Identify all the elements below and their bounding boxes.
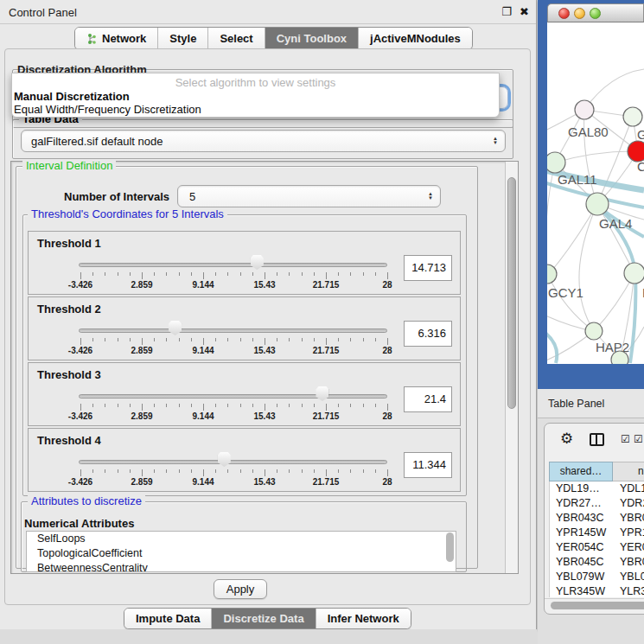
horizontal-scrollbar[interactable]	[545, 598, 644, 610]
slider-thumb[interactable]	[218, 452, 231, 467]
table-panel-title: Table Panel	[548, 398, 604, 410]
network-edge	[547, 274, 594, 331]
table-row[interactable]: YDR27…YDR2	[550, 496, 644, 511]
major-tick	[387, 272, 388, 279]
close-icon[interactable]: ✖	[520, 5, 529, 18]
threshold-value-field[interactable]: 14.713	[404, 255, 452, 281]
list-scrollbar-thumb[interactable]	[446, 532, 454, 562]
split-table-icon[interactable]	[590, 433, 604, 446]
minor-tick	[289, 338, 290, 341]
table-header-row: shared… n	[549, 462, 644, 481]
cell-name: YPR1	[614, 526, 644, 540]
minor-tick	[179, 404, 180, 407]
slider-track[interactable]	[79, 394, 387, 399]
slider-thumb[interactable]	[251, 255, 264, 270]
tick-label: 28	[382, 411, 392, 421]
table-row[interactable]: YLR345WYLR3	[550, 584, 644, 597]
minor-tick	[338, 469, 339, 473]
popup-item-manual-discretization[interactable]: Manual Discretization	[14, 90, 130, 103]
slider-thumb[interactable]	[316, 386, 328, 401]
tab-network[interactable]: Network	[75, 28, 157, 49]
minor-tick	[277, 469, 277, 473]
minor-tick	[314, 272, 315, 276]
minor-tick	[350, 469, 351, 473]
minor-tick	[154, 469, 155, 473]
minor-tick	[92, 404, 93, 407]
horizontal-scrollbar-thumb[interactable]	[551, 602, 644, 609]
slider-track[interactable]	[79, 328, 387, 333]
minor-tick	[240, 338, 241, 341]
tick-label: 21.715	[313, 346, 340, 355]
numerical-attributes-list[interactable]: SelfLoopsTopologicalCoefficientBetweenne…	[26, 531, 456, 572]
table-row[interactable]: YBR043CYBR0	[550, 511, 644, 526]
table-row[interactable]: YBL079WYBL0	[550, 570, 644, 584]
tick-label: 9.144	[192, 411, 214, 421]
list-item-betweennesscentrality[interactable]: BetweennessCentrality	[27, 561, 456, 572]
minimize-traffic-light-icon[interactable]	[574, 8, 585, 19]
tab-jactivemnodules[interactable]: jActiveMNodules	[358, 28, 472, 49]
column-header-shared-name[interactable]: shared…	[549, 462, 613, 481]
table-data-value: galFiltered.sif default node	[31, 135, 163, 148]
tab-select[interactable]: Select	[207, 28, 264, 49]
major-tick	[203, 338, 204, 345]
slider-thumb[interactable]	[169, 321, 182, 335]
minor-tick	[289, 272, 290, 276]
slider-track[interactable]	[79, 460, 387, 464]
network-edge	[549, 204, 597, 274]
threshold-panel-1: Threshold 1-3.4262.8599.14415.4321.71528…	[28, 231, 461, 295]
minor-tick	[252, 272, 253, 276]
major-tick	[326, 404, 327, 411]
apply-button[interactable]: Apply	[214, 579, 267, 599]
column-header-name[interactable]: n	[613, 462, 644, 481]
minor-tick	[154, 272, 155, 276]
popup-item-equal-width-frequency[interactable]: Equal Width/Frequency Discretization	[14, 103, 201, 116]
table-row[interactable]: YPR145WYPR1	[550, 526, 644, 540]
network-node-gal11[interactable]	[547, 152, 565, 173]
slider-track[interactable]	[79, 263, 387, 267]
scrollbar-thumb[interactable]	[507, 177, 516, 409]
network-view-canvas[interactable]: GAL80G.CGAL11GAL4GCY1HHAP2	[547, 22, 644, 364]
cell-shared-name: YLR345W	[550, 584, 614, 597]
major-tick	[80, 338, 81, 345]
tab-cyni-toolbox[interactable]: Cyni Toolbox	[265, 28, 358, 49]
tab-impute-data[interactable]: Impute Data	[124, 609, 211, 628]
tab-label: Select	[220, 32, 252, 45]
network-node-hap2[interactable]	[585, 322, 603, 340]
gear-icon[interactable]: ⚙	[560, 431, 573, 446]
minor-tick	[302, 272, 303, 276]
minor-tick	[363, 338, 364, 341]
tab-style[interactable]: Style	[157, 28, 207, 49]
list-item-selfloops[interactable]: SelfLoops	[27, 532, 456, 546]
network-node-label: GCY1	[548, 285, 583, 300]
checkbox-checked-icon[interactable]: ☑	[621, 434, 630, 444]
tab-discretize-data[interactable]: Discretize Data	[211, 609, 315, 628]
checkbox-checked-icon[interactable]: ☑	[634, 434, 643, 444]
table-row[interactable]: YER054CYER0	[550, 540, 644, 555]
number-of-intervals-spinner[interactable]: 5 ▲▼	[177, 185, 441, 207]
threshold-value-field[interactable]: 11.344	[404, 452, 452, 478]
table-row[interactable]: YDL19…YDL1	[550, 481, 644, 496]
network-node-gal4[interactable]	[586, 193, 609, 215]
network-edge	[555, 151, 638, 163]
threshold-value-field[interactable]: 21.4	[404, 386, 452, 412]
minor-tick	[240, 272, 241, 276]
network-node-gal80[interactable]	[575, 100, 594, 119]
minor-tick	[118, 272, 118, 276]
close-traffic-light-icon[interactable]	[558, 8, 570, 19]
major-tick	[142, 272, 143, 279]
vertical-scrollbar[interactable]	[505, 162, 518, 573]
minor-tick	[338, 272, 339, 276]
minor-tick	[240, 404, 241, 407]
float-window-icon[interactable]: ❐	[501, 5, 512, 18]
tab-infer-network[interactable]: Infer Network	[316, 609, 411, 628]
minor-tick	[350, 404, 351, 407]
network-window-titlebar[interactable]	[547, 3, 644, 22]
threshold-value-field[interactable]: 6.316	[404, 321, 452, 347]
network-node-g[interactable]	[623, 107, 642, 126]
zoom-traffic-light-icon[interactable]	[590, 8, 601, 19]
list-item-topologicalcoefficient[interactable]: TopologicalCoefficient	[27, 546, 456, 561]
network-node-h[interactable]	[624, 263, 644, 284]
network-node-gcy1[interactable]	[547, 265, 557, 284]
table-data-combobox[interactable]: galFiltered.sif default node ▲▼	[21, 130, 506, 152]
table-row[interactable]: YBR045CYBR0	[550, 555, 644, 570]
